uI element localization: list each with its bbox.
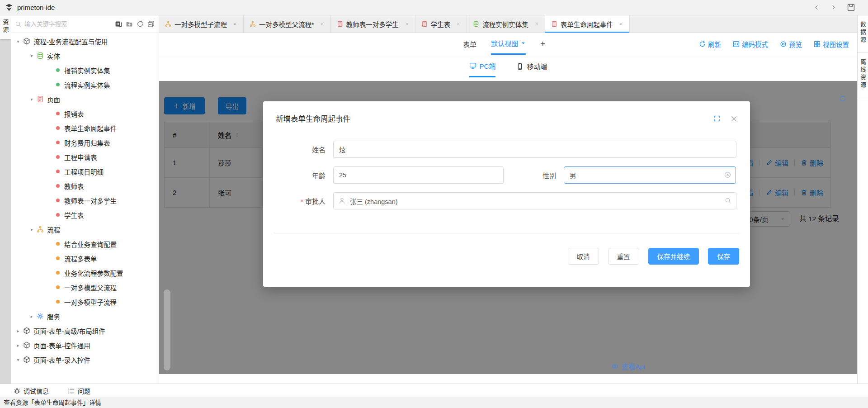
tree-item[interactable]: 业务化流程参数配置 — [11, 266, 159, 280]
tab-close-icon[interactable] — [456, 22, 461, 26]
db-icon — [473, 21, 479, 27]
editor-tab[interactable]: 一对多模型子流程 — [159, 15, 244, 33]
search-icon[interactable] — [725, 197, 731, 204]
dot-red-icon — [56, 141, 60, 144]
tree-toolbar — [115, 20, 155, 28]
tab-close-icon[interactable] — [320, 22, 325, 26]
tree-item[interactable]: ▾页面 — [11, 92, 159, 106]
tree-item[interactable]: 财务费用归集表 — [11, 135, 159, 150]
expand-arrow-icon[interactable]: ▾ — [14, 39, 22, 44]
device-tab-mobile[interactable]: 移动端 — [516, 55, 547, 77]
new-folder-icon[interactable] — [126, 20, 133, 28]
reset-button[interactable]: 重置 — [608, 248, 639, 265]
right-tab-datasource[interactable]: 数据源 — [858, 15, 868, 53]
clear-input-icon[interactable] — [724, 171, 731, 178]
dialog-new-form-event: 新增表单生命周起事件 姓名 年龄 性别 审批人 — [263, 101, 750, 287]
tree-item[interactable]: 工程申请表 — [11, 150, 159, 164]
debug-info-tab[interactable]: 调试信息 — [14, 386, 49, 395]
tree-item-label: 学生表 — [64, 210, 84, 220]
tree-item[interactable]: 表单生命周起事件 — [11, 121, 159, 135]
editor-tab[interactable]: 教师表一对多学生 — [331, 15, 415, 33]
view-settings-button[interactable]: 视图设置 — [814, 39, 849, 49]
expand-arrow-icon[interactable]: ▸ — [14, 328, 22, 333]
form-tab[interactable]: 表单 — [463, 33, 476, 55]
tree-item[interactable]: 一对多模型父流程 — [11, 280, 159, 294]
code-mode-button[interactable]: 编码模式 — [733, 39, 768, 49]
view-selector-label: 默认视图 — [491, 38, 518, 48]
tree-search-row — [11, 15, 159, 33]
view-selector[interactable]: 默认视图 — [491, 33, 526, 55]
editor-tab[interactable]: 表单生命周起事件 — [545, 15, 630, 33]
tab-close-icon[interactable] — [619, 22, 623, 26]
expand-arrow-icon[interactable]: ▾ — [28, 53, 35, 58]
scrollbar-thumb[interactable] — [164, 289, 170, 370]
editor-tab[interactable]: 一对多模型父流程* — [244, 15, 331, 33]
close-icon[interactable] — [731, 115, 737, 122]
app-title: primeton-ide — [17, 4, 55, 11]
gender-field[interactable] — [564, 166, 736, 184]
name-field[interactable] — [333, 141, 736, 158]
list-icon — [68, 388, 75, 394]
table-refresh-icon[interactable] — [839, 95, 846, 102]
approver-field[interactable] — [333, 192, 736, 209]
tree-item[interactable]: 结合业务查询配置 — [11, 237, 159, 251]
tree-item[interactable]: ▾流程 — [11, 222, 159, 237]
resource-explorer: ▾流程-业务流程配置与使用▾实体报销实例实体集流程实例实体集▾页面报销表表单生命… — [11, 15, 159, 384]
save-window-icon[interactable] — [847, 3, 855, 12]
refresh-button[interactable]: 刷新 — [699, 39, 721, 49]
problems-tab[interactable]: 问题 — [68, 386, 90, 395]
expand-arrow-icon[interactable]: ▸ — [28, 314, 35, 319]
tab-close-icon[interactable] — [233, 22, 237, 26]
tree-item[interactable]: 一对多模型子流程 — [11, 294, 159, 309]
tab-close-icon[interactable] — [405, 22, 409, 26]
tree-item[interactable]: ▾实体 — [11, 48, 159, 63]
tree-item[interactable]: 报销实例实体集 — [11, 63, 159, 77]
preview-button[interactable]: 预览 — [780, 39, 802, 49]
expand-arrow-icon[interactable]: ▾ — [14, 357, 22, 362]
db-icon — [37, 52, 44, 59]
tab-close-icon[interactable] — [534, 22, 539, 26]
right-panel-bar: 数据源 离线资源 — [857, 15, 868, 384]
tree-item-label: 业务化流程参数配置 — [64, 268, 123, 278]
cancel-button[interactable]: 取消 — [568, 248, 599, 265]
tree-item[interactable]: ▸服务 — [11, 309, 159, 323]
monitor-icon — [469, 62, 476, 69]
tree-item[interactable]: ▾流程-业务流程配置与使用 — [11, 34, 159, 48]
save-button[interactable]: 保存 — [708, 248, 739, 265]
add-view-button[interactable]: + — [540, 33, 545, 55]
right-tab-offline-resources[interactable]: 离线资源 — [858, 53, 868, 98]
editor-tab-label: 一对多模型父流程* — [259, 19, 314, 29]
sidebar-tab-resources[interactable]: 资源 — [0, 15, 11, 39]
tree-item[interactable]: 报销表 — [11, 106, 159, 121]
save-and-continue-button[interactable]: 保存并继续 — [648, 248, 699, 265]
age-field[interactable] — [333, 166, 504, 184]
collapse-all-icon[interactable] — [147, 20, 155, 28]
nav-forward-icon[interactable] — [830, 4, 837, 11]
editor-tab[interactable]: 流程实例实体集 — [467, 15, 545, 33]
nav-back-icon[interactable] — [813, 4, 820, 11]
tree-item[interactable]: 流程多表单 — [11, 251, 159, 266]
cube-icon — [23, 38, 30, 45]
expand-arrow-icon[interactable]: ▾ — [28, 227, 35, 232]
tree-search-input[interactable] — [24, 21, 112, 28]
maximize-icon[interactable] — [713, 115, 721, 122]
tree-item[interactable]: ▾页面-表单-录入控件 — [11, 352, 159, 367]
tree-item[interactable]: ▸页面-表单-控件通用 — [11, 338, 159, 352]
editor-tab-label: 表单生命周起事件 — [561, 19, 613, 29]
view-api-link[interactable]: 查看Api — [611, 361, 645, 371]
device-tab-pc[interactable]: PC端 — [469, 55, 496, 77]
resource-tree: ▾流程-业务流程配置与使用▾实体报销实例实体集流程实例实体集▾页面报销表表单生命… — [11, 33, 159, 367]
toolbar-action-label: 视图设置 — [823, 39, 849, 49]
editor-tab[interactable]: 学生表 — [415, 15, 467, 33]
tree-item[interactable]: ▸页面-表单-高级/布局组件 — [11, 323, 159, 338]
refresh-icon[interactable] — [137, 20, 144, 28]
expand-arrow-icon[interactable]: ▾ — [28, 97, 35, 102]
tree-item[interactable]: 教师表一对多学生 — [11, 193, 159, 208]
expand-arrow-icon[interactable]: ▸ — [14, 343, 22, 348]
tree-item[interactable]: 工程项目明细 — [11, 164, 159, 179]
tree-item[interactable]: 流程实例实体集 — [11, 77, 159, 92]
titlebar-controls — [813, 3, 863, 12]
import-icon[interactable] — [115, 20, 122, 28]
tree-item[interactable]: 学生表 — [11, 208, 159, 222]
tree-item[interactable]: 教师表 — [11, 179, 159, 193]
